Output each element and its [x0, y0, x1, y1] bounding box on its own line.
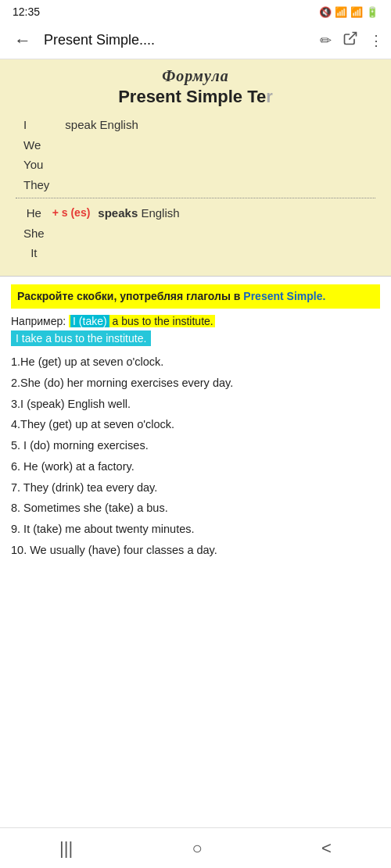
list-item: 9. It (take) me about twenty minutes. — [11, 521, 380, 538]
edit-icon[interactable]: ✏ — [320, 32, 332, 49]
bottom-nav: ||| ○ < — [0, 827, 391, 868]
answer-display: I take a bus to the institute. — [11, 330, 380, 354]
status-icons: 🔇 📶 📶 🔋 — [319, 6, 378, 18]
list-item: 6. He (work) at a factory. — [11, 459, 380, 476]
pronouns-group1: IWeYouThey — [23, 115, 49, 195]
list-item: 3.I (speak) English well. — [11, 396, 380, 413]
exercise-instruction: Раскройте скобки, употребляя глаголы в P… — [11, 284, 380, 309]
wifi-icon: 📶 — [335, 6, 347, 18]
svg-line-0 — [349, 33, 356, 40]
dotted-divider — [16, 198, 375, 198]
grammar-section2: HeSheIt + s (es) speaks English — [16, 203, 375, 263]
more-icon[interactable]: ⋮ — [369, 32, 383, 49]
content-area: Формула Present Simple Ter IWeYouThey sp… — [0, 59, 391, 827]
formula-title: Формула — [16, 67, 375, 85]
exercise-section: Раскройте скобки, употребляя глаголы в P… — [0, 277, 391, 571]
grammar-image: Формула Present Simple Ter IWeYouThey sp… — [0, 59, 391, 277]
back-nav-button[interactable]: < — [306, 832, 347, 865]
status-bar: 12:35 🔇 📶 📶 🔋 — [0, 0, 391, 22]
signal-icon: 📶 — [350, 6, 363, 18]
verb-group1: speak English — [65, 115, 138, 195]
grammar-table: IWeYouThey speak English — [16, 115, 375, 195]
nav-actions: ✏ ⋮ — [320, 30, 383, 50]
list-item: 4.They (get) up at seven o'clock. — [11, 416, 380, 434]
pronouns-group2: HeSheIt — [23, 203, 45, 263]
speaks-text: speaks English — [98, 203, 179, 220]
example-label: Например: — [11, 315, 66, 327]
list-item: 2.She (do) her morning exercises every d… — [11, 375, 380, 392]
status-time: 12:35 — [13, 5, 40, 18]
list-item: 7. They (drink) tea every day. — [11, 480, 380, 497]
answer-text: I take a bus to the institute. — [11, 330, 151, 346]
list-item: 5. I (do) morning exercises. — [11, 438, 380, 455]
battery-icon: 🔋 — [366, 6, 378, 18]
share-icon[interactable] — [343, 30, 358, 50]
menu-button[interactable]: ||| — [44, 832, 88, 865]
home-button[interactable]: ○ — [176, 832, 217, 865]
nav-title: Present Simple.... — [44, 32, 314, 48]
list-item: 10. We usually (have) four classes a day… — [11, 542, 380, 559]
ses-tag: + s (es) — [52, 203, 91, 219]
formula-subtitle: Present Simple Ter — [16, 87, 375, 107]
nav-bar: ← Present Simple.... ✏ ⋮ — [0, 22, 391, 59]
instruction-highlight: Present Simple. — [243, 290, 325, 302]
back-button[interactable]: ← — [8, 27, 38, 54]
list-item: 8. Sometimes she (take) a bus. — [11, 500, 380, 517]
list-item: 1.He (get) up at seven o'clock. — [11, 354, 380, 371]
take-highlight: I (take) — [70, 315, 109, 327]
example-highlighted: I (take) a bus to the institute. — [69, 315, 215, 327]
instruction-text: Раскройте скобки, употребляя глаголы в — [17, 290, 240, 302]
mute-icon: 🔇 — [319, 6, 332, 18]
example-line: Например: I (take) a bus to the institut… — [11, 315, 380, 327]
exercise-list: 1.He (get) up at seven o'clock. 2.She (d… — [11, 354, 380, 559]
